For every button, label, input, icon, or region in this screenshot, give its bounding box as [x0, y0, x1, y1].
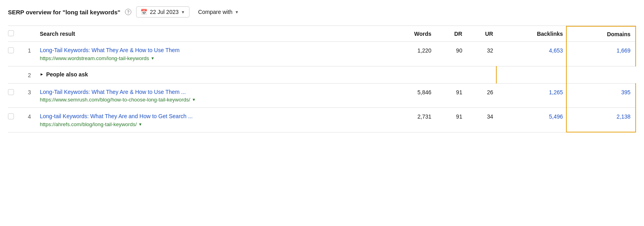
- table-header-row: Search result Words DR UR Backlinks Doma…: [8, 26, 636, 42]
- table-row: 1 Long-Tail Keywords: What They Are & Ho…: [8, 42, 636, 66]
- date-picker-button[interactable]: 📅 22 Jul 2023 ▼: [136, 6, 189, 18]
- result-url-2: https://www.semrush.com/blog/how-to-choo…: [40, 97, 196, 103]
- col-header-rank: [22, 26, 37, 42]
- result-url-0: https://www.wordstream.com/long-tail-key…: [40, 55, 154, 61]
- calendar-icon: 📅: [141, 9, 147, 15]
- select-all-checkbox[interactable]: [8, 30, 14, 36]
- url-dropdown-icon[interactable]: ▼: [151, 56, 155, 60]
- cell-rank-2: 3: [22, 83, 37, 108]
- cell-result-3: Long-tail Keywords: What They Are and Ho…: [37, 108, 384, 132]
- cell-domains-2: 395: [566, 83, 636, 108]
- domains-link-3[interactable]: 2,138: [617, 113, 630, 120]
- paa-label: People also ask: [46, 71, 88, 78]
- cell-ur-2: 26: [465, 83, 496, 108]
- col-header-checkbox: [8, 26, 22, 42]
- page-header: SERP overview for "long tail keywords" ?…: [8, 6, 636, 18]
- result-url-3: https://ahrefs.com/blog/long-tail-keywor…: [40, 121, 142, 127]
- cell-rank-0: 1: [22, 42, 37, 66]
- cell-dr-3: 91: [435, 108, 466, 132]
- result-title-link-3[interactable]: Long-tail Keywords: What They Are and Ho…: [40, 113, 381, 121]
- cell-domains-1: [496, 66, 566, 83]
- cell-domains-3: 2,138: [566, 108, 636, 132]
- domains-link-2[interactable]: 395: [621, 89, 630, 95]
- cell-backlinks-2: 1,265: [496, 83, 566, 108]
- row-checkbox-2[interactable]: [8, 89, 14, 95]
- cell-result-2: Long-Tail Keywords: What They Are & How …: [37, 83, 384, 108]
- cell-rank-1: 2: [22, 66, 37, 83]
- row-checkbox-0[interactable]: [8, 47, 14, 53]
- result-title-link-2[interactable]: Long-Tail Keywords: What They Are & How …: [40, 88, 381, 96]
- col-header-ur: UR: [465, 26, 496, 42]
- cell-domains-0: 1,669: [566, 42, 636, 66]
- cell-result-0: Long-Tail Keywords: What They Are & How …: [37, 42, 384, 66]
- date-chevron-icon: ▼: [181, 10, 185, 14]
- col-header-domains: Domains: [566, 26, 636, 42]
- table-row: 3 Long-Tail Keywords: What They Are & Ho…: [8, 83, 636, 108]
- help-icon[interactable]: ?: [125, 9, 131, 15]
- row-checkbox-3[interactable]: [8, 113, 14, 119]
- page-title: SERP overview for "long tail keywords": [8, 9, 120, 16]
- col-header-backlinks: Backlinks: [496, 26, 566, 42]
- table-row: 2 ► People also ask: [8, 66, 636, 83]
- backlinks-link-3[interactable]: 5,496: [549, 113, 563, 120]
- paa-arrow-icon: ►: [40, 72, 44, 76]
- cell-backlinks-0: 4,653: [496, 42, 566, 66]
- backlinks-link-0[interactable]: 4,653: [549, 47, 563, 54]
- compare-with-button[interactable]: Compare with ▼: [194, 7, 243, 17]
- cell-checkbox-3: [8, 108, 22, 132]
- col-header-dr: DR: [435, 26, 466, 42]
- serp-table-wrapper: Search result Words DR UR Backlinks Doma…: [8, 25, 636, 132]
- col-header-search-result: Search result: [37, 26, 384, 42]
- cell-ur-3: 34: [465, 108, 496, 132]
- cell-dr-2: 91: [435, 83, 466, 108]
- cell-paa-1: ► People also ask: [37, 66, 496, 83]
- url-dropdown-icon[interactable]: ▼: [192, 97, 196, 102]
- cell-checkbox-0: [8, 42, 22, 66]
- cell-words-2: 5,846: [384, 83, 435, 108]
- cell-checkbox-2: [8, 83, 22, 108]
- cell-dr-0: 90: [435, 42, 466, 66]
- cell-ur-0: 32: [465, 42, 496, 66]
- col-header-words: Words: [384, 26, 435, 42]
- date-label: 22 Jul 2023: [150, 9, 178, 15]
- compare-chevron-icon: ▼: [235, 10, 239, 14]
- backlinks-link-2[interactable]: 1,265: [549, 89, 563, 95]
- table-row: 4 Long-tail Keywords: What They Are and …: [8, 108, 636, 132]
- compare-label: Compare with: [198, 9, 232, 15]
- cell-rank-3: 4: [22, 108, 37, 132]
- cell-checkbox-1: [8, 66, 22, 83]
- domains-link-0[interactable]: 1,669: [617, 47, 630, 54]
- url-dropdown-icon[interactable]: ▼: [139, 122, 142, 127]
- cell-words-3: 2,731: [384, 108, 435, 132]
- result-title-link-0[interactable]: Long-Tail Keywords: What They Are & How …: [40, 47, 381, 55]
- cell-words-0: 1,220: [384, 42, 435, 66]
- serp-table: Search result Words DR UR Backlinks Doma…: [8, 26, 636, 132]
- cell-backlinks-3: 5,496: [496, 108, 566, 132]
